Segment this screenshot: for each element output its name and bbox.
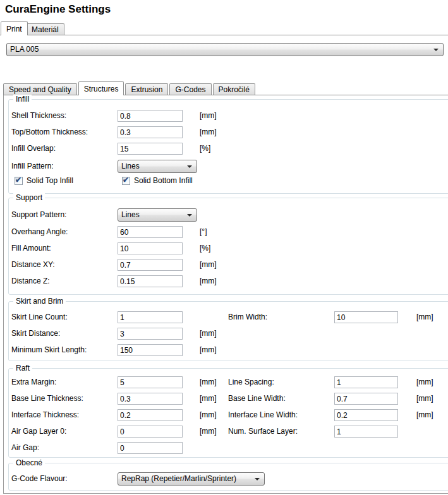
interface-thickness-label: Interface Thickness: bbox=[11, 410, 79, 419]
support-pattern-select[interactable]: Lines bbox=[118, 208, 197, 222]
extra-margin-input[interactable] bbox=[118, 376, 183, 388]
solid-bottom-infill-checkbox[interactable]: ✔ Solid Bottom Infill bbox=[122, 176, 193, 185]
check-icon: ✔ bbox=[123, 176, 129, 185]
infill-overlap-label: Infill Overlap: bbox=[11, 144, 56, 153]
group-infill-title: Infill bbox=[13, 95, 32, 104]
brim-width-input[interactable] bbox=[334, 311, 398, 323]
infill-pattern-label: Infill Pattern: bbox=[11, 162, 54, 170]
min-skirt-length-label: Minimum Skirt Length: bbox=[11, 345, 87, 354]
fill-amount-unit: [%] bbox=[200, 244, 210, 253]
base-line-thickness-unit: [mm] bbox=[200, 394, 217, 403]
group-support-title: Support bbox=[13, 193, 45, 202]
line-spacing-unit: [mm] bbox=[416, 378, 433, 386]
support-pattern-label: Support Pattern: bbox=[11, 210, 66, 219]
tab-gcodes[interactable]: G-Codes bbox=[169, 83, 211, 95]
infill-pattern-select[interactable]: Lines bbox=[118, 160, 197, 173]
base-line-thickness-label: Base Line Thickness: bbox=[11, 394, 83, 403]
group-raft: Raft Extra Margin: [mm] Line Spacing: [m… bbox=[8, 368, 448, 458]
skirt-distance-label: Skirt Distance: bbox=[11, 329, 60, 338]
overhang-angle-input[interactable] bbox=[118, 226, 183, 238]
tab-print[interactable]: Print bbox=[1, 21, 28, 35]
line-spacing-label: Line Spacing: bbox=[228, 378, 274, 386]
profile-select[interactable]: PLA 005 bbox=[6, 43, 444, 56]
checkbox-box: ✔ bbox=[122, 177, 130, 185]
top-bottom-thickness-label: Top/Bottom Thickness: bbox=[11, 128, 88, 136]
infill-overlap-unit: [%] bbox=[200, 144, 210, 153]
group-general-title: Obecné bbox=[13, 458, 45, 467]
skirt-line-count-input[interactable] bbox=[118, 311, 183, 323]
solid-top-infill-label: Solid Top Infill bbox=[27, 176, 73, 185]
group-skirt-title: Skirt and Brim bbox=[13, 297, 66, 306]
gcode-flavour-select[interactable]: RepRap (Repetier/Marlin/Sprinter) bbox=[118, 472, 265, 486]
fill-amount-label: Fill Amount: bbox=[11, 244, 51, 253]
overhang-angle-unit: [°] bbox=[200, 227, 207, 236]
dropdown-arrow-icon bbox=[187, 165, 192, 168]
air-gap-layer0-input[interactable] bbox=[118, 426, 183, 438]
top-bottom-thickness-input[interactable] bbox=[118, 126, 183, 138]
check-icon: ✔ bbox=[15, 176, 21, 185]
distance-z-unit: [mm] bbox=[200, 277, 217, 285]
air-gap-layer0-label: Air Gap Layer 0: bbox=[11, 427, 66, 436]
distance-xy-input[interactable] bbox=[118, 259, 183, 271]
distance-xy-label: Distance XY: bbox=[11, 260, 55, 269]
tab-material[interactable]: Materiál bbox=[26, 23, 64, 35]
air-gap-label: Air Gap: bbox=[11, 443, 39, 452]
group-skirt-and-brim: Skirt and Brim Skirt Line Count: Brim Wi… bbox=[8, 301, 448, 361]
air-gap-layer0-unit: [mm] bbox=[200, 427, 217, 436]
interface-thickness-unit: [mm] bbox=[200, 410, 217, 419]
interface-thickness-input[interactable] bbox=[118, 409, 183, 421]
distance-z-label: Distance Z: bbox=[11, 277, 50, 285]
profile-select-value: PLA 005 bbox=[10, 45, 39, 54]
support-pattern-value: Lines bbox=[121, 210, 140, 219]
base-line-width-unit: [mm] bbox=[416, 394, 433, 403]
skirt-line-count-label: Skirt Line Count: bbox=[11, 313, 68, 321]
interface-line-width-unit: [mm] bbox=[416, 410, 433, 419]
infill-overlap-input[interactable] bbox=[118, 143, 183, 155]
overhang-angle-label: Overhang Angle: bbox=[11, 227, 68, 236]
min-skirt-length-unit: [mm] bbox=[200, 345, 217, 354]
gcode-flavour-value: RepRap (Repetier/Marlin/Sprinter) bbox=[121, 474, 236, 483]
interface-line-width-input[interactable] bbox=[334, 409, 398, 421]
group-support: Support Support Pattern: Lines Overhang … bbox=[8, 198, 448, 295]
group-general: Obecné G-Code Flavour: RepRap (Repetier/… bbox=[8, 463, 448, 491]
min-skirt-length-input[interactable] bbox=[118, 344, 183, 356]
distance-z-input[interactable] bbox=[118, 275, 183, 287]
line-spacing-input[interactable] bbox=[334, 376, 398, 388]
base-line-width-input[interactable] bbox=[334, 393, 398, 405]
dropdown-arrow-icon bbox=[187, 214, 192, 217]
tab-speed-and-quality[interactable]: Speed and Quality bbox=[3, 83, 77, 95]
extra-margin-label: Extra Margin: bbox=[11, 378, 56, 386]
brim-width-unit: [mm] bbox=[416, 313, 433, 321]
group-raft-title: Raft bbox=[13, 364, 32, 373]
skirt-distance-input[interactable] bbox=[118, 328, 183, 340]
interface-line-width-label: Interface Line Width: bbox=[228, 410, 298, 419]
brim-width-label: Brim Width: bbox=[228, 313, 267, 321]
solid-bottom-infill-label: Solid Bottom Infill bbox=[134, 176, 193, 185]
num-surface-layer-input[interactable] bbox=[334, 426, 398, 438]
distance-xy-unit: [mm] bbox=[200, 260, 217, 269]
shell-thickness-input[interactable] bbox=[118, 110, 183, 122]
page-title: CuraEngine Settings bbox=[5, 3, 111, 16]
tab-advanced[interactable]: Pokročilé bbox=[213, 83, 255, 95]
tab-structures[interactable]: Structures bbox=[78, 81, 124, 95]
extra-margin-unit: [mm] bbox=[200, 378, 217, 386]
num-surface-layer-label: Num. Surface Layer: bbox=[228, 427, 298, 436]
shell-thickness-unit: [mm] bbox=[200, 111, 217, 120]
air-gap-input[interactable] bbox=[118, 442, 183, 454]
top-bottom-thickness-unit: [mm] bbox=[200, 128, 217, 136]
dropdown-arrow-icon bbox=[255, 478, 260, 480]
settings-tabstrip: Speed and Quality Structures Extrusion G… bbox=[3, 83, 257, 95]
structures-tab-page: Infill Shell Thickness: [mm] Top/Bottom … bbox=[3, 95, 448, 494]
skirt-distance-unit: [mm] bbox=[200, 329, 217, 338]
shell-thickness-label: Shell Thickness: bbox=[11, 111, 66, 120]
main-tabstrip-baseline bbox=[0, 35, 448, 35]
fill-amount-input[interactable] bbox=[118, 242, 183, 254]
base-line-thickness-input[interactable] bbox=[118, 393, 183, 405]
gcode-flavour-label: G-Code Flavour: bbox=[11, 474, 68, 483]
infill-pattern-value: Lines bbox=[121, 162, 140, 170]
tab-extrusion[interactable]: Extrusion bbox=[125, 83, 168, 95]
dropdown-arrow-icon bbox=[433, 49, 439, 51]
solid-top-infill-checkbox[interactable]: ✔ Solid Top Infill bbox=[15, 176, 73, 185]
checkbox-box: ✔ bbox=[15, 177, 23, 185]
base-line-width-label: Base Line Width: bbox=[228, 394, 286, 403]
